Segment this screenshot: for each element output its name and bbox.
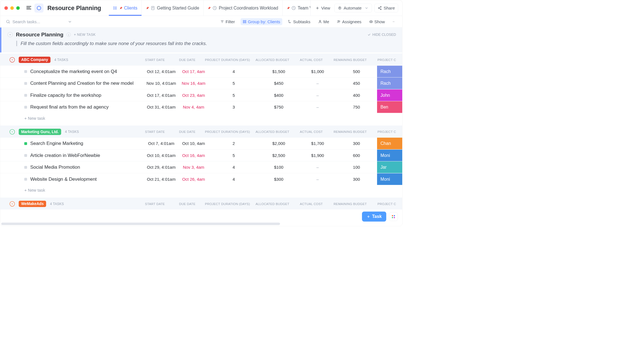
- status-icon[interactable]: [24, 178, 27, 180]
- due-date-cell[interactable]: Nov 4, 4am: [178, 101, 209, 113]
- duration-cell[interactable]: 4: [209, 161, 258, 173]
- col-due[interactable]: DUE DATE: [172, 130, 203, 134]
- me-button[interactable]: Me: [316, 18, 332, 25]
- group-name-badge[interactable]: Marketing Guru, Ltd.: [19, 129, 61, 135]
- actual-cell[interactable]: –: [299, 161, 336, 173]
- duration-cell[interactable]: 4: [209, 173, 258, 185]
- allocated-cell[interactable]: $100: [258, 161, 299, 173]
- allocated-cell[interactable]: $2,500: [258, 149, 299, 161]
- actual-cell[interactable]: –: [299, 89, 336, 101]
- col-allocated[interactable]: ALLOCATED BUDGET: [252, 58, 293, 62]
- collapse-group-icon[interactable]: [10, 201, 15, 206]
- col-start[interactable]: START DATE: [138, 202, 172, 206]
- coordinator-cell[interactable]: Rach: [377, 65, 402, 77]
- col-start[interactable]: START DATE: [138, 58, 172, 62]
- status-icon[interactable]: [24, 94, 27, 97]
- col-due[interactable]: DUE DATE: [172, 58, 203, 62]
- create-task-fab[interactable]: Task: [362, 211, 386, 222]
- chevron-down-icon[interactable]: [68, 19, 72, 24]
- filter-button[interactable]: Filter: [218, 18, 237, 25]
- apps-fab[interactable]: [389, 212, 398, 221]
- remaining-cell[interactable]: 450: [336, 77, 377, 89]
- due-date-cell[interactable]: Oct 10, 4am: [178, 138, 209, 149]
- close-window-icon[interactable]: [4, 6, 8, 10]
- task-name-cell[interactable]: Website Design & Development: [0, 173, 145, 185]
- status-icon[interactable]: [24, 106, 27, 109]
- tab-getting-started[interactable]: 📌 Getting Started Guide: [142, 0, 203, 16]
- show-button[interactable]: Show: [367, 18, 387, 25]
- add-view-button[interactable]: View: [314, 4, 332, 12]
- collapse-section-icon[interactable]: [8, 32, 13, 37]
- group-name-badge[interactable]: WeMakeAds: [19, 201, 46, 207]
- duration-cell[interactable]: 5: [209, 77, 258, 89]
- start-date-cell[interactable]: Oct 10, 4:01am: [145, 149, 178, 161]
- coordinator-cell[interactable]: Chan: [377, 138, 402, 149]
- due-date-cell[interactable]: Nov 3, 4am: [178, 161, 209, 173]
- actual-cell[interactable]: $1,000: [299, 65, 336, 77]
- task-name-cell[interactable]: Conceptualize the marketing event on Q4: [0, 65, 145, 77]
- workspace-icon[interactable]: [34, 3, 44, 13]
- start-date-cell[interactable]: Oct 31, 4:01am: [145, 101, 178, 113]
- hide-closed-button[interactable]: HIDE CLOSED: [368, 33, 396, 37]
- group-name-badge[interactable]: ABC Company: [19, 57, 51, 63]
- status-icon[interactable]: [24, 70, 27, 73]
- col-start[interactable]: START DATE: [138, 130, 172, 134]
- col-allocated[interactable]: ALLOCATED BUDGET: [252, 202, 293, 206]
- menu-toggle-icon[interactable]: [26, 4, 32, 11]
- actual-cell[interactable]: $1,700: [299, 138, 336, 149]
- task-name-cell[interactable]: Social Media Promotion: [0, 161, 145, 173]
- duration-cell[interactable]: 3: [209, 101, 258, 113]
- status-icon[interactable]: [24, 154, 27, 157]
- task-name-cell[interactable]: Article creation in WebForNewbie: [0, 149, 145, 161]
- start-date-cell[interactable]: Oct 7, 4:01am: [145, 138, 178, 149]
- remaining-cell[interactable]: 500: [336, 65, 377, 77]
- allocated-cell[interactable]: $2,000: [258, 138, 299, 149]
- col-allocated[interactable]: ALLOCATED BUDGET: [252, 130, 293, 134]
- status-icon[interactable]: [24, 166, 27, 169]
- task-row[interactable]: Article creation in WebForNewbie Oct 10,…: [0, 149, 402, 161]
- col-coordinator[interactable]: PROJECT C: [371, 130, 396, 134]
- col-actual[interactable]: ACTUAL COST: [293, 130, 330, 134]
- col-duration[interactable]: PROJECT DURATION (DAYS): [203, 58, 252, 62]
- col-due[interactable]: DUE DATE: [172, 202, 203, 206]
- allocated-cell[interactable]: $1,500: [258, 65, 299, 77]
- remaining-cell[interactable]: 300: [336, 138, 377, 149]
- task-row[interactable]: Conceptualize the marketing event on Q4 …: [0, 65, 402, 77]
- tab-clients[interactable]: 📌 Clients: [109, 0, 142, 16]
- col-remaining[interactable]: REMAINING BUDGET: [330, 130, 371, 134]
- status-icon[interactable]: [24, 82, 27, 85]
- share-button[interactable]: Share: [374, 4, 398, 12]
- minimize-window-icon[interactable]: [10, 6, 14, 10]
- task-name-cell[interactable]: Content Planning and Creation for the ne…: [0, 77, 145, 89]
- duration-cell[interactable]: 4: [209, 65, 258, 77]
- task-row[interactable]: Content Planning and Creation for the ne…: [0, 77, 402, 89]
- add-task-row[interactable]: + New task: [0, 113, 402, 124]
- due-date-cell[interactable]: Oct 16, 4am: [178, 149, 209, 161]
- allocated-cell[interactable]: $300: [258, 173, 299, 185]
- actual-cell[interactable]: –: [299, 101, 336, 113]
- task-name-cell[interactable]: Finalize capacity for the workshop: [0, 89, 145, 101]
- remaining-cell[interactable]: 600: [336, 149, 377, 161]
- coordinator-cell[interactable]: John: [377, 89, 402, 101]
- status-icon[interactable]: [24, 142, 27, 145]
- new-task-button[interactable]: + NEW TASK: [74, 33, 96, 37]
- more-options-icon[interactable]: [390, 19, 397, 25]
- actual-cell[interactable]: –: [299, 77, 336, 89]
- collapse-group-icon[interactable]: [10, 129, 15, 135]
- duration-cell[interactable]: 5: [209, 149, 258, 161]
- task-name-cell[interactable]: Search Engine Marketing: [0, 138, 145, 149]
- col-duration[interactable]: PROJECT DURATION (DAYS): [203, 202, 252, 206]
- col-remaining[interactable]: REMAINING BUDGET: [330, 58, 371, 62]
- due-date-cell[interactable]: Nov 16, 4am: [178, 77, 209, 89]
- allocated-cell[interactable]: $400: [258, 89, 299, 101]
- col-coordinator[interactable]: PROJECT C: [371, 202, 396, 206]
- remaining-cell[interactable]: 100: [336, 161, 377, 173]
- horizontal-scrollbar[interactable]: [1, 223, 280, 225]
- col-remaining[interactable]: REMAINING BUDGET: [330, 202, 371, 206]
- due-date-cell[interactable]: Oct 26, 4am: [178, 173, 209, 185]
- coordinator-cell[interactable]: Moni: [377, 149, 402, 161]
- assignees-button[interactable]: Assignees: [335, 18, 364, 25]
- collapse-group-icon[interactable]: [10, 57, 15, 62]
- subtasks-button[interactable]: Subtasks: [286, 18, 312, 25]
- task-row[interactable]: Website Design & Development Oct 21, 4:0…: [0, 173, 402, 185]
